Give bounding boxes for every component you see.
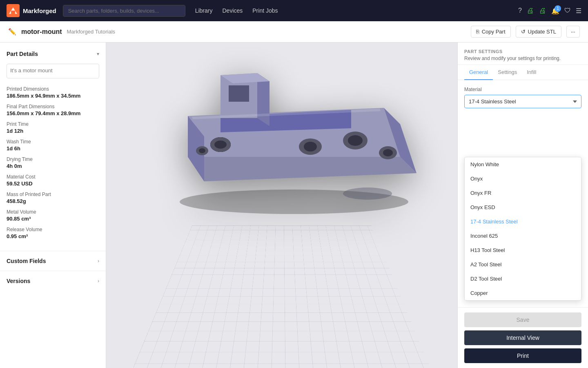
nav-devices[interactable]: Devices — [222, 7, 243, 14]
sub-actions: ⎘ Copy Part ↺ Update STL ··· — [471, 26, 580, 38]
final-dimensions-value: 156.0mm x 79.4mm x 28.9mm — [7, 110, 99, 116]
printed-dimensions-value: 186.5mm x 94.9mm x 34.5mm — [7, 93, 99, 99]
chevron-down-icon: ▾ — [97, 51, 99, 57]
svg-point-15 — [199, 148, 205, 153]
printed-dimensions-label: Printed Dimensions — [7, 86, 99, 92]
material-cost-row: Material Cost 59.52 USD — [7, 174, 99, 187]
print-time-value: 1d 12h — [7, 128, 99, 134]
main-layout: Part Details ▾ Printed Dimensions 186.5m… — [0, 42, 588, 368]
material-dropdown[interactable]: Nylon White Onyx Onyx FR Onyx ESD 17-4 S… — [464, 157, 581, 301]
custom-fields-header[interactable]: Custom Fields › — [7, 258, 99, 264]
dropdown-item-d2[interactable]: D2 Tool Steel — [465, 272, 581, 286]
device-status-btn[interactable]: 🖨 — [539, 7, 546, 15]
mass-value: 458.52g — [7, 198, 99, 204]
print-time-row: Print Time 1d 12h — [7, 121, 99, 134]
3d-viewport[interactable] — [106, 42, 457, 368]
save-button: Save — [464, 312, 581, 327]
part-details-title: Part Details — [7, 51, 38, 57]
drying-time-label: Drying Time — [7, 156, 99, 162]
final-dimensions-label: Final Part Dimensions — [7, 104, 99, 109]
metal-volume-row: Metal Volume 90.85 cm³ — [7, 209, 99, 222]
print-button[interactable]: Print — [464, 348, 581, 363]
panel-bottom: Save Internal View Print — [458, 307, 588, 368]
material-cost-value: 59.52 USD — [7, 181, 99, 187]
update-icon: ↺ — [521, 29, 526, 35]
search-input[interactable] — [63, 5, 185, 17]
custom-fields-title: Custom Fields — [7, 258, 46, 264]
release-volume-row: Release Volume 0.95 cm³ — [7, 227, 99, 239]
svg-point-7 — [214, 141, 227, 149]
part-details-header[interactable]: Part Details ▾ — [7, 49, 99, 59]
tab-infill[interactable]: Infill — [522, 65, 541, 80]
wash-time-value: 1d 6h — [7, 145, 99, 152]
dropdown-item-onyx-fr[interactable]: Onyx FR — [465, 186, 581, 200]
dropdown-item-a2[interactable]: A2 Tool Steel — [465, 257, 581, 272]
top-navigation: Markforged Library Devices Print Jobs ? … — [0, 0, 588, 21]
grid-background — [106, 225, 457, 368]
chevron-right-icon-2: › — [98, 278, 99, 284]
dropdown-item-inconel[interactable]: Inconel 625 — [465, 229, 581, 243]
nav-library[interactable]: Library — [195, 7, 213, 14]
dropdown-item-onyx-esd[interactable]: Onyx ESD — [465, 200, 581, 214]
wash-time-row: Wash Time 1d 6h — [7, 139, 99, 152]
dropdown-item-h13[interactable]: H13 Tool Steel — [465, 243, 581, 257]
logo[interactable]: Markforged — [7, 4, 56, 17]
mass-label: Mass of Printed Part — [7, 192, 99, 197]
update-stl-label: Update STL — [528, 29, 556, 35]
logo-text: Markforged — [23, 7, 56, 14]
metal-volume-value: 90.85 cm³ — [7, 216, 99, 222]
svg-point-11 — [304, 142, 317, 152]
print-time-label: Print Time — [7, 121, 99, 127]
menu-btn[interactable]: ☰ — [576, 7, 581, 15]
3d-model — [139, 42, 425, 214]
nav-links: Library Devices Print Jobs — [195, 7, 278, 14]
panel-tabs: General Settings Infill — [458, 65, 588, 80]
notifications-btn[interactable]: 🔔 1 — [551, 7, 559, 15]
panel-title: PART SETTINGS — [464, 49, 581, 54]
part-title: motor-mount — [21, 28, 62, 36]
wash-time-label: Wash Time — [7, 139, 99, 145]
nav-print-jobs[interactable]: Print Jobs — [252, 7, 278, 14]
more-options-button[interactable]: ··· — [566, 26, 580, 38]
part-details-section: Part Details ▾ Printed Dimensions 186.5m… — [0, 42, 106, 251]
part-icon: ✏️ — [8, 28, 16, 36]
material-cost-label: Material Cost — [7, 174, 99, 180]
svg-point-16 — [343, 187, 392, 200]
notification-badge: 1 — [555, 5, 561, 12]
release-volume-value: 0.95 cm³ — [7, 233, 99, 239]
tab-general[interactable]: General — [464, 65, 493, 80]
material-select[interactable]: 17-4 Stainless Steel — [464, 95, 581, 108]
nav-actions: ? 🖨 🖨 🔔 1 🛡 ☰ — [518, 7, 581, 15]
metal-volume-label: Metal Volume — [7, 209, 99, 215]
material-label: Material — [464, 87, 581, 92]
panel-header: PART SETTINGS Review and modify your set… — [458, 42, 588, 65]
tab-settings[interactable]: Settings — [493, 65, 522, 80]
dropdown-item-copper[interactable]: Copper — [465, 286, 581, 300]
dropdown-item-17-4[interactable]: 17-4 Stainless Steel — [465, 214, 581, 229]
update-stl-button[interactable]: ↺ Update STL — [516, 26, 561, 38]
versions-title: Versions — [7, 278, 30, 284]
mass-row: Mass of Printed Part 458.52g — [7, 192, 99, 204]
right-panel: PART SETTINGS Review and modify your set… — [457, 42, 588, 368]
breadcrumb: Markforged Tutorials — [67, 29, 116, 35]
svg-point-9 — [348, 135, 363, 146]
print-status-btn[interactable]: 🖨 — [527, 7, 534, 15]
3d-model-container — [106, 42, 457, 214]
chevron-right-icon: › — [98, 258, 99, 264]
shield-btn[interactable]: 🛡 — [564, 7, 571, 14]
svg-rect-2 — [11, 11, 15, 14]
final-dimensions-row: Final Part Dimensions 156.0mm x 79.4mm x… — [7, 104, 99, 116]
internal-view-button[interactable]: Internal View — [464, 330, 581, 345]
custom-fields-section: Custom Fields › — [0, 251, 106, 271]
copy-part-button[interactable]: ⎘ Copy Part — [471, 26, 511, 38]
release-volume-label: Release Volume — [7, 227, 99, 232]
dropdown-item-onyx[interactable]: Onyx — [465, 172, 581, 186]
help-button[interactable]: ? — [518, 7, 522, 14]
panel-content: Material 17-4 Stainless Steel Nylon Whit… — [458, 80, 588, 307]
dropdown-item-nylon-white[interactable]: Nylon White — [465, 157, 581, 172]
description-input[interactable] — [7, 64, 99, 78]
sub-header: ✏️ motor-mount Markforged Tutorials ⎘ Co… — [0, 21, 588, 42]
versions-header[interactable]: Versions › — [7, 278, 99, 284]
drying-time-value: 4h 0m — [7, 163, 99, 169]
panel-subtitle: Review and modify your settings for prin… — [464, 56, 581, 61]
